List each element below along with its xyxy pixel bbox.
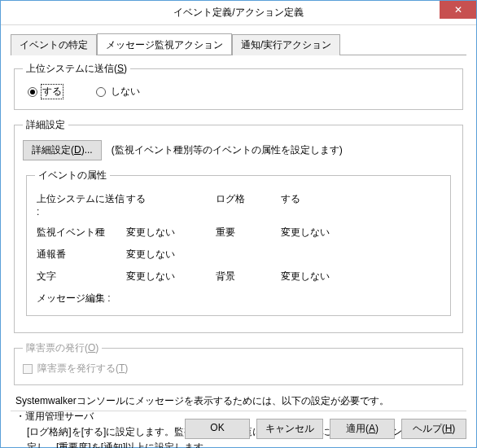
attrs-legend: イベントの属性 xyxy=(35,169,110,182)
send-radio-row: する しない xyxy=(23,82,454,101)
attrs-grid: 上位システムに送信 : する ログ格 する 監視イベント種 変更しない 重要 変… xyxy=(37,192,440,305)
attr-label: 背景 xyxy=(216,270,281,283)
apply-button[interactable]: 適用(A) xyxy=(330,419,395,439)
dialog-body: イベントの特定 メッセージ監視アクション 通知/実行アクション 上位システムに送… xyxy=(1,25,476,448)
attr-label: 通報番 xyxy=(37,248,126,261)
attr-value: する xyxy=(281,192,370,217)
attr-value: 変更しない xyxy=(281,226,370,239)
window-title: イベント定義/アクション定義 xyxy=(173,6,303,20)
tab-message-action[interactable]: メッセージ監視アクション xyxy=(97,33,232,55)
help-button[interactable]: ヘルプ(H) xyxy=(401,419,466,439)
trouble-ticket-group: 障害票の発行(O) 障害票を発行する(T) xyxy=(14,341,463,385)
attr-label: 重要 xyxy=(216,226,281,239)
checkbox-label: 障害票を発行する(T) xyxy=(37,362,128,376)
tab-notify-action[interactable]: 通知/実行アクション xyxy=(232,34,340,55)
radio-yes[interactable]: する xyxy=(28,84,63,99)
attr-value: する xyxy=(126,192,216,217)
tab-bar: イベントの特定 メッセージ監視アクション 通知/実行アクション xyxy=(11,33,466,55)
attr-value: 変更しない xyxy=(126,226,216,239)
issue-trouble-checkbox: 障害票を発行する(T) xyxy=(23,362,128,376)
titlebar: イベント定義/アクション定義 ✕ xyxy=(1,1,476,25)
close-icon: ✕ xyxy=(454,4,462,15)
send-legend: 上位システムに送信(S) xyxy=(23,62,130,76)
attr-label: メッセージ編集 : xyxy=(37,292,370,305)
note-line: Systemwalkerコンソールにメッセージを表示するためには、以下の設定が必… xyxy=(15,393,462,409)
detail-legend: 詳細設定 xyxy=(23,118,68,132)
attr-label: 上位システムに送信 : xyxy=(37,192,126,217)
dialog-buttons: OK キャンセル 適用(A) ヘルプ(H) xyxy=(185,419,466,439)
radio-no[interactable]: しない xyxy=(96,84,142,99)
send-to-upper-group: 上位システムに送信(S) する しない xyxy=(14,62,463,110)
ok-button[interactable]: OK xyxy=(185,419,250,439)
attr-label: 監視イベント種 xyxy=(37,226,126,239)
cancel-button[interactable]: キャンセル xyxy=(256,419,323,439)
radio-icon xyxy=(96,87,106,97)
detail-hint: (監視イベント種別等のイベントの属性を設定します) xyxy=(112,143,343,157)
close-button[interactable]: ✕ xyxy=(440,1,476,19)
detail-settings-group: 詳細設定 詳細設定(D)... (監視イベント種別等のイベントの属性を設定します… xyxy=(14,118,463,333)
radio-icon xyxy=(28,87,37,97)
attr-value: 変更しない xyxy=(126,270,216,283)
detail-settings-button[interactable]: 詳細設定(D)... xyxy=(23,140,102,160)
tab-event-identify[interactable]: イベントの特定 xyxy=(11,34,97,55)
trouble-legend: 障害票の発行(O) xyxy=(23,341,102,355)
radio-yes-label: する xyxy=(41,84,63,99)
dialog-window: イベント定義/アクション定義 ✕ イベントの特定 メッセージ監視アクション 通知… xyxy=(0,0,477,448)
separator xyxy=(11,411,466,411)
attr-label: ログ格 xyxy=(216,192,281,217)
event-attrs-group: イベントの属性 上位システムに送信 : する ログ格 する 監視イベント種 変更… xyxy=(26,169,451,316)
radio-no-label: しない xyxy=(109,84,142,99)
attr-label: 文字 xyxy=(37,270,126,283)
attr-value: 変更しない xyxy=(126,248,216,261)
checkbox-icon xyxy=(23,364,33,374)
attr-value: 変更しない xyxy=(281,270,370,283)
